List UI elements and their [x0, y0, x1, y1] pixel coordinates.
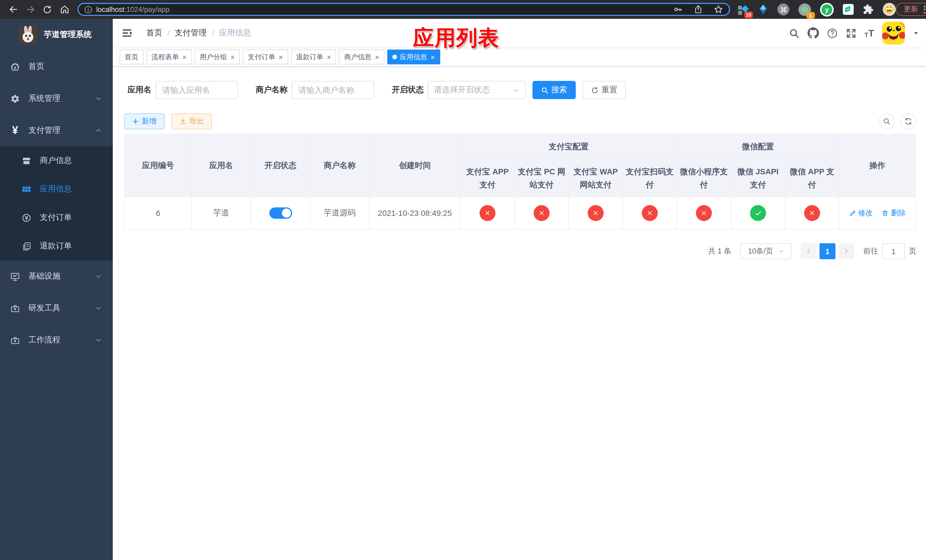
add-button[interactable]: 新增 [124, 114, 165, 129]
browser-menu-icon[interactable] [924, 5, 925, 14]
app-logo[interactable]: 芋道管理系统 [0, 19, 113, 51]
address-bar[interactable]: localhost:1024/pay/app [77, 3, 730, 16]
filter-form: 应用名 商户名称 开启状态 请选择开启状态 [127, 81, 916, 99]
sidebar-item-refund-order[interactable]: 退款订单 [0, 232, 113, 260]
sidebar-item-pay-order[interactable]: 支付订单 [0, 203, 113, 232]
tab-refund-order[interactable]: 退款订单× [291, 50, 336, 64]
extension-grammarly-icon[interactable] [843, 4, 854, 15]
status-cross-icon [480, 205, 495, 221]
extension-badge: 10 [744, 11, 753, 18]
col-status: 开启状态 [251, 134, 310, 197]
col-alipay-pc: 支付宝 PC 网站支付 [514, 159, 569, 197]
tab-merchant[interactable]: 商户信息× [339, 50, 384, 64]
search-button[interactable]: 搜索 [533, 81, 576, 99]
breadcrumb-home[interactable]: 首页 [146, 28, 162, 38]
extension-profile-icon[interactable]: 1 [799, 3, 811, 16]
status-check-icon [750, 205, 766, 221]
sidebar-item-workflow[interactable]: 工作流程 [0, 324, 113, 356]
chevron-down-icon [95, 305, 102, 312]
tab-home[interactable]: 首页 [120, 50, 144, 64]
fullscreen-icon[interactable] [846, 28, 856, 38]
sidebar-item-app[interactable]: 应用信息 [0, 175, 113, 203]
close-icon[interactable]: × [327, 53, 331, 61]
active-dot [392, 55, 397, 59]
bookmark-star-icon[interactable] [714, 5, 723, 14]
delete-link[interactable]: 删除 [882, 208, 906, 218]
info-icon[interactable] [84, 5, 92, 14]
page-content: 应用名 商户名称 开启状态 请选择开启状态 [113, 67, 926, 560]
status-select[interactable]: 请选择开启状态 [428, 81, 526, 99]
update-button[interactable]: 更新 [896, 3, 926, 16]
caret-down-icon[interactable] [913, 30, 919, 36]
tab-user-group[interactable]: 用户分组× [195, 50, 240, 64]
extension-emoji-icon[interactable] [883, 3, 896, 16]
sidebar-item-label: 支付订单 [40, 212, 72, 223]
col-wx-jsapi: 微信 JSAPI 支付 [731, 159, 785, 197]
help-icon[interactable] [827, 28, 838, 38]
sidebar-item-label: 系统管理 [29, 94, 61, 104]
sidebar-item-label: 退款订单 [40, 241, 72, 251]
cell-status [251, 197, 310, 229]
merchant-name-input[interactable] [292, 81, 374, 99]
sidebar-item-infra[interactable]: 基础设施 [0, 260, 113, 292]
close-icon[interactable]: × [431, 53, 435, 61]
col-wx-app: 微信 APP 支付 [785, 159, 839, 197]
reload-icon[interactable] [40, 2, 54, 17]
sidebar-toggle-icon[interactable] [121, 27, 133, 39]
avatar[interactable] [882, 22, 905, 44]
select-arrow-icon [513, 87, 519, 93]
extensions-area: 10 1 y [737, 3, 896, 16]
col-alipay-qr: 支付宝扫码支付 [623, 159, 677, 197]
url-text: localhost:1024/pay/app [96, 5, 169, 14]
font-size-icon[interactable]: TT [864, 28, 874, 38]
edit-link[interactable]: 修改 [849, 208, 873, 218]
breadcrumb-pay[interactable]: 支付管理 [175, 28, 207, 38]
page-size-select[interactable]: 10条/页 [740, 243, 791, 259]
sidebar-item-devtools[interactable]: 研发工具 [0, 292, 113, 324]
refresh-button[interactable] [900, 114, 916, 129]
sidebar-item-pay[interactable]: ¥ 支付管理 [0, 115, 113, 147]
prev-page-button[interactable] [801, 243, 817, 259]
sidebar-item-merchant[interactable]: 商户信息 [0, 147, 113, 175]
sidebar-item-home[interactable]: 首页 [0, 51, 113, 83]
reset-button[interactable]: 重置 [583, 81, 626, 99]
breadcrumb-separator: / [168, 29, 170, 38]
forward-icon[interactable] [23, 2, 38, 17]
close-icon[interactable]: × [230, 53, 235, 61]
extension-yuque-icon[interactable]: y [820, 3, 834, 16]
extensions-puzzle-icon[interactable] [863, 4, 874, 15]
search-icon[interactable] [789, 28, 800, 38]
cell-wx-lite [677, 197, 731, 229]
github-icon[interactable] [808, 27, 819, 39]
sidebar-item-label: 研发工具 [29, 303, 61, 313]
page-unit-label: 页 [909, 246, 916, 256]
merchant-name-label: 商户名称 [256, 85, 287, 95]
col-group-wechat: 微信配置 [677, 134, 839, 159]
annotation-text: 应用列表 [413, 24, 499, 52]
export-button[interactable]: 导出 [171, 114, 212, 129]
app-name-input[interactable] [156, 81, 238, 99]
close-icon[interactable]: × [182, 53, 186, 61]
briefcase-icon [10, 335, 20, 345]
profile-badge: 1 [806, 12, 815, 18]
password-key-icon[interactable] [673, 5, 683, 14]
close-icon[interactable]: × [375, 53, 379, 61]
sidebar-item-system[interactable]: 系统管理 [0, 83, 113, 115]
toggle-search-button[interactable] [879, 114, 895, 129]
status-toggle[interactable] [269, 207, 292, 219]
goto-page-input[interactable] [882, 243, 905, 259]
extension-kite-icon[interactable] [758, 4, 768, 15]
current-page[interactable]: 1 [820, 243, 835, 259]
extension-workona-icon[interactable]: 10 [737, 4, 749, 15]
back-icon[interactable] [6, 2, 21, 17]
tab-pay-order[interactable]: 支付订单× [243, 50, 288, 64]
home-icon[interactable] [57, 2, 72, 17]
chevron-down-icon [95, 337, 102, 344]
extension-command-icon[interactable] [777, 3, 789, 15]
tab-flow-form[interactable]: 流程表单× [146, 50, 192, 64]
close-icon[interactable]: × [278, 53, 283, 61]
share-icon[interactable] [694, 5, 703, 14]
next-page-button[interactable] [838, 243, 854, 259]
sidebar-item-label: 商户信息 [40, 156, 72, 166]
sidebar-item-label: 支付管理 [29, 125, 61, 136]
